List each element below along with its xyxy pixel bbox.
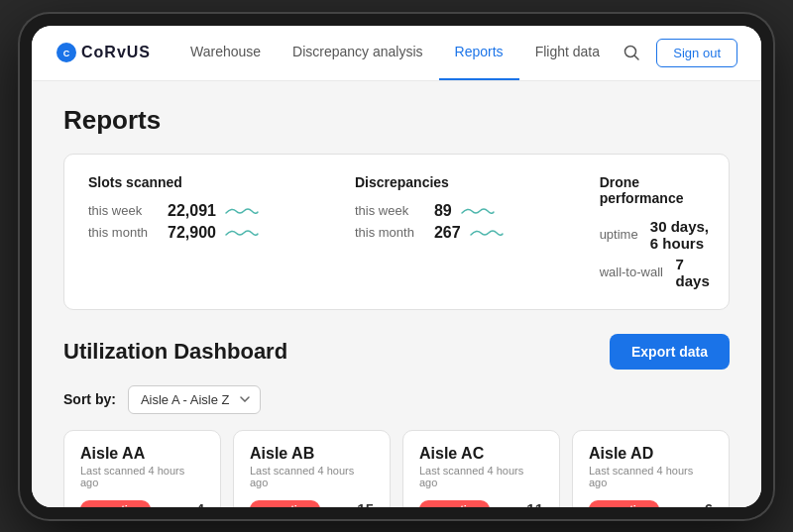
aisle-ab-exception-count: 15: [357, 500, 374, 507]
slots-month-value: 72,900: [168, 224, 216, 242]
svg-text:C: C: [63, 49, 70, 58]
disc-month-row: this month 267: [355, 224, 505, 242]
slots-month-label: this month: [88, 225, 160, 240]
exception-badge: exception: [80, 500, 151, 507]
exception-badge: exception: [589, 500, 659, 507]
slots-scanned-title: Slots scanned: [88, 174, 260, 190]
sign-out-button[interactable]: Sign out: [656, 39, 737, 67]
main-content: Reports Slots scanned this week 22,091 t…: [32, 81, 761, 507]
aisle-ad-name: Aisle AD: [589, 445, 713, 463]
nav-right: Sign out: [619, 39, 737, 67]
aisle-ad-exception-count: 6: [705, 500, 713, 507]
aisle-aa-name: Aisle AA: [80, 445, 204, 463]
aisle-card-ac: Aisle AC Last scanned 4 hours ago except…: [402, 430, 560, 507]
aisle-ac-exception-row: exception 11: [419, 500, 543, 507]
aisle-aa-exception-row: exception 4: [80, 500, 204, 507]
drone-uptime-label: uptime: [600, 227, 642, 242]
disc-week-trend: [460, 205, 496, 217]
slots-week-trend: [224, 205, 260, 217]
aisle-card-ab: Aisle AB Last scanned 4 hours ago except…: [233, 430, 391, 507]
disc-week-row: this week 89: [355, 202, 505, 220]
drone-wall-label: wall-to-wall: [600, 265, 668, 279]
aisle-ac-exception-count: 11: [526, 500, 543, 507]
drone-wall-row: wall-to-wall 7 days: [600, 256, 721, 289]
sort-label: Sort by:: [63, 391, 116, 407]
exception-badge: exception: [250, 500, 320, 507]
exception-badge: exception: [419, 500, 490, 507]
slots-week-value: 22,091: [168, 202, 216, 220]
sort-select[interactable]: Aisle A - Aisle ZAisle Z - Aisle A: [128, 385, 261, 414]
aisle-ab-exception-row: exception 15: [250, 500, 374, 507]
svg-point-2: [625, 47, 636, 57]
dashboard-title: Utilization Dashboard: [63, 339, 287, 365]
corvus-logo-icon: C: [56, 42, 77, 63]
aisle-ac-scan-time: Last scanned 4 hours ago: [419, 465, 543, 488]
nav-links: Warehouse Discrepancy analysis Reports F…: [174, 26, 619, 81]
discrepancies-title: Discrepancies: [355, 174, 505, 190]
disc-month-label: this month: [355, 225, 426, 240]
navbar: C CoRvUS Warehouse Discrepancy analysis …: [32, 26, 761, 81]
drone-performance-group: Drone performance uptime 30 days, 6 hour…: [600, 174, 721, 289]
drone-uptime-row: uptime 30 days, 6 hours: [600, 218, 721, 252]
slots-week-label: this week: [88, 203, 160, 218]
logo-text: CoRvUS: [81, 44, 151, 61]
export-button[interactable]: Export data: [610, 334, 730, 370]
disc-month-value: 267: [434, 224, 461, 242]
logo: C CoRvUS: [56, 42, 151, 63]
disc-month-trend: [469, 227, 505, 239]
drone-uptime-value: 30 days, 6 hours: [650, 218, 721, 252]
slots-week-row: this week 22,091: [88, 202, 260, 220]
sort-row: Sort by: Aisle A - Aisle ZAisle Z - Aisl…: [63, 385, 730, 414]
tablet-screen: C CoRvUS Warehouse Discrepancy analysis …: [32, 26, 761, 507]
nav-reports[interactable]: Reports: [439, 26, 519, 81]
discrepancies-group: Discrepancies this week 89 this month 26…: [355, 174, 505, 289]
page-title: Reports: [63, 105, 730, 136]
nav-warehouse[interactable]: Warehouse: [174, 26, 277, 81]
aisle-card-aa: Aisle AA Last scanned 4 hours ago except…: [63, 430, 221, 507]
aisle-ac-name: Aisle AC: [419, 445, 543, 463]
aisle-ad-exception-row: exception 6: [589, 500, 713, 507]
drone-title: Drone performance: [600, 174, 721, 206]
search-button[interactable]: [619, 40, 644, 65]
aisle-aa-scan-time: Last scanned 4 hours ago: [80, 465, 204, 488]
aisle-aa-exception-count: 4: [196, 500, 204, 507]
dashboard-header: Utilization Dashboard Export data: [63, 334, 730, 370]
stats-card: Slots scanned this week 22,091 this mont…: [63, 154, 730, 310]
aisle-ab-name: Aisle AB: [250, 445, 374, 463]
search-icon: [623, 44, 640, 61]
aisle-ad-scan-time: Last scanned 4 hours ago: [589, 465, 713, 488]
tablet-frame: C CoRvUS Warehouse Discrepancy analysis …: [20, 14, 773, 519]
aisle-ab-scan-time: Last scanned 4 hours ago: [250, 465, 374, 488]
aisle-grid: Aisle AA Last scanned 4 hours ago except…: [63, 430, 730, 507]
disc-week-label: this week: [355, 203, 426, 218]
slots-month-trend: [224, 227, 260, 239]
svg-line-3: [635, 56, 639, 60]
slots-scanned-group: Slots scanned this week 22,091 this mont…: [88, 174, 260, 289]
slots-month-row: this month 72,900: [88, 224, 260, 242]
disc-week-value: 89: [434, 202, 452, 220]
drone-wall-value: 7 days: [676, 256, 721, 289]
nav-flight-data[interactable]: Flight data: [519, 26, 616, 81]
aisle-card-ad: Aisle AD Last scanned 4 hours ago except…: [572, 430, 730, 507]
nav-discrepancy[interactable]: Discrepancy analysis: [277, 26, 439, 81]
